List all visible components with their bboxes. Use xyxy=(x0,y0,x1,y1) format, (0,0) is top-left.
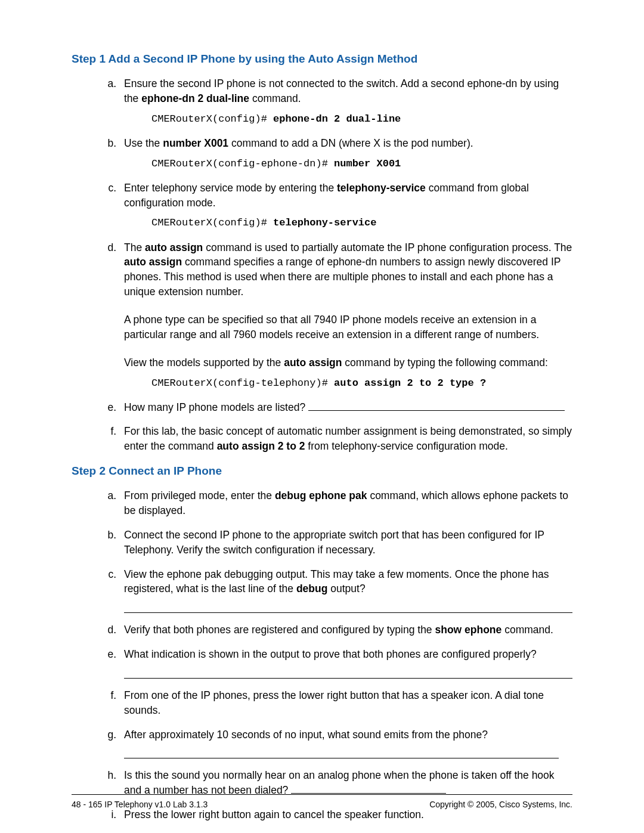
step2-item-b: Connect the second IP phone to the appro… xyxy=(119,528,572,558)
step2-e-text: What indication is shown in the output t… xyxy=(124,648,537,660)
step2-d-pre: Verify that both phones are registered a… xyxy=(124,624,435,636)
step2-i-text: Press the lower right button again to ca… xyxy=(124,809,424,820)
step2-b-text: Connect the second IP phone to the appro… xyxy=(124,529,544,556)
step2-c-bold: debug xyxy=(296,583,328,594)
step1-c-bold: telephony-service xyxy=(337,182,426,194)
step1-d-p3-pre: View the models supported by the xyxy=(124,357,284,368)
step1-a-post: command. xyxy=(249,92,301,104)
step1-item-f: For this lab, the basic concept of autom… xyxy=(119,424,572,454)
step2-item-g: After approximately 10 seconds of no inp… xyxy=(119,727,572,759)
step1-a-bold: ephone-dn 2 dual-line xyxy=(141,92,249,104)
step1-item-d: The auto assign command is used to parti… xyxy=(119,240,572,391)
code-cmd: auto assign 2 to 2 type ? xyxy=(334,377,486,389)
step2-item-h: Is this the sound you normally hear on a… xyxy=(119,768,572,798)
code-cmd: number X001 xyxy=(334,158,401,169)
step1-d-mid2: command specifies a range of ephone-dn n… xyxy=(124,256,561,298)
step1-c-pre: Enter telephony service mode by entering… xyxy=(124,182,337,194)
step1-d-p2: A phone type can be specified so that al… xyxy=(124,312,572,342)
code-cmd: telephony-service xyxy=(273,217,376,228)
step2-c-post: output? xyxy=(327,583,365,594)
step1-e-text: How many IP phone models are listed? xyxy=(124,401,308,413)
blank-field xyxy=(124,612,572,613)
step1-d-bold1: auto assign xyxy=(145,241,203,253)
footer-left: 48 - 165 IP Telephony v1.0 Lab 3.1.3 xyxy=(72,800,208,809)
step1-b-bold: number X001 xyxy=(163,137,228,149)
step1-b-code: CMERouterX(config-ephone-dn)# number X00… xyxy=(151,157,572,171)
code-prompt: CMERouterX(config)# xyxy=(151,217,273,228)
step1-d-code: CMERouterX(config-telephony)# auto assig… xyxy=(151,376,572,391)
step1-list: Ensure the second IP phone is not connec… xyxy=(72,76,572,454)
step1-b-post: command to add a DN (where X is the pod … xyxy=(228,137,473,149)
step1-c-code: CMERouterX(config)# telephony-service xyxy=(151,216,572,230)
page-footer: 48 - 165 IP Telephony v1.0 Lab 3.1.3 Cop… xyxy=(72,800,572,809)
code-cmd: ephone-dn 2 dual-line xyxy=(273,113,401,125)
code-prompt: CMERouterX(config-ephone-dn)# xyxy=(151,158,334,169)
step1-f-post: from telephony-service configuration mod… xyxy=(305,440,507,452)
code-prompt: CMERouterX(config-telephony)# xyxy=(151,377,334,389)
footer-rule xyxy=(72,794,572,795)
step2-list: From privileged mode, enter the debug ep… xyxy=(72,488,572,822)
step2-d-bold: show ephone xyxy=(435,624,501,636)
step1-item-e: How many IP phone models are listed? xyxy=(119,400,572,415)
step2-d-post: command. xyxy=(501,624,553,636)
step1-b-pre: Use the xyxy=(124,137,163,149)
blank-field xyxy=(124,677,572,679)
step2-g-text: After approximately 10 seconds of no inp… xyxy=(124,729,488,741)
step2-item-c: View the ephone pak debugging output. Th… xyxy=(119,567,572,614)
step1-item-c: Enter telephony service mode by entering… xyxy=(119,181,572,231)
step1-item-a: Ensure the second IP phone is not connec… xyxy=(119,76,572,126)
blank-field xyxy=(291,784,446,794)
step1-f-bold: auto assign 2 to 2 xyxy=(217,440,305,452)
step1-d-mid1: command is used to partially automate th… xyxy=(203,241,572,253)
step1-d-pre: The xyxy=(124,241,145,253)
step2-item-e: What indication is shown in the output t… xyxy=(119,647,572,679)
step1-a-code: CMERouterX(config)# ephone-dn 2 dual-lin… xyxy=(151,112,572,126)
step2-item-d: Verify that both phones are registered a… xyxy=(119,623,572,637)
document-page: Step 1 Add a Second IP Phone by using th… xyxy=(0,0,644,833)
step2-a-pre: From privileged mode, enter the xyxy=(124,490,275,501)
step2-item-i: Press the lower right button again to ca… xyxy=(119,807,572,822)
step2-f-text: From one of the IP phones, press the low… xyxy=(124,689,544,716)
step2-title: Step 2 Connect an IP Phone xyxy=(72,465,572,478)
step2-item-a: From privileged mode, enter the debug ep… xyxy=(119,488,572,518)
blank-field xyxy=(124,757,559,758)
footer-right: Copyright © 2005, Cisco Systems, Inc. xyxy=(429,800,572,809)
step1-title: Step 1 Add a Second IP Phone by using th… xyxy=(72,52,572,66)
step2-item-f: From one of the IP phones, press the low… xyxy=(119,688,572,718)
step1-d-p3-post: command by typing the following command: xyxy=(342,357,547,368)
step1-d-p3: View the models supported by the auto as… xyxy=(124,355,572,370)
step1-d-bold2: auto assign xyxy=(124,256,182,268)
blank-field xyxy=(308,400,565,411)
step1-item-b: Use the number X001 command to add a DN … xyxy=(119,136,572,171)
code-prompt: CMERouterX(config)# xyxy=(151,113,273,125)
step1-d-p3-bold: auto assign xyxy=(284,357,342,368)
step2-a-bold: debug ephone pak xyxy=(275,490,367,501)
